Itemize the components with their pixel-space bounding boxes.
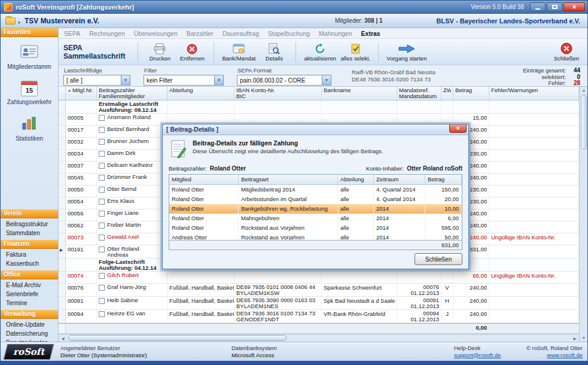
menu-item[interactable]: Dauerauftrag <box>223 30 259 37</box>
detail-row[interactable]: Roland Otter Arbeitsstunden im Quartal a… <box>169 194 462 204</box>
menu-item[interactable]: Barzahler <box>187 30 214 37</box>
scroll-down-icon[interactable] <box>580 334 588 342</box>
vertical-scroll-thumb[interactable] <box>581 95 587 150</box>
table-row[interactable]: 00074 Gilch Robert 66,00 Ungültige IBAN … <box>59 272 579 284</box>
sidebar-item-zahlungsverkehr[interactable]: 15 Zahlungsverkehr <box>7 81 51 105</box>
club-dropdown-icon[interactable] <box>17 16 21 26</box>
row-checkbox[interactable] <box>99 211 105 217</box>
row-checkbox[interactable] <box>99 139 105 145</box>
row-selector[interactable] <box>59 310 66 323</box>
vertical-scrollbar[interactable] <box>579 87 587 342</box>
column-header[interactable]: Betrag <box>453 87 489 100</box>
details-column-header[interactable]: Abteilung <box>338 175 374 184</box>
menu-item[interactable]: Stapelbuchung <box>268 30 310 37</box>
row-checkbox[interactable] <box>99 199 105 205</box>
detail-row[interactable]: Roland Otter Rückstand aus Vorjahren all… <box>169 223 462 233</box>
table-row[interactable]: 00094 Heinze EG van Fußball, Handball, B… <box>59 310 579 323</box>
row-selector[interactable] <box>59 162 66 173</box>
close-button[interactable] <box>563 2 585 11</box>
support-email-link[interactable]: support@rosoft.de <box>454 352 521 359</box>
row-selector[interactable] <box>59 138 66 149</box>
drucken-button[interactable]: Drucken <box>144 40 176 64</box>
row-checkbox[interactable] <box>99 235 105 241</box>
minimize-button[interactable] <box>530 2 546 11</box>
folder-icon[interactable] <box>5 17 16 25</box>
details-column-header[interactable]: Zeitraum <box>374 175 425 184</box>
row-checkbox[interactable] <box>99 223 105 229</box>
details-column-header[interactable]: Beitragsart <box>239 175 338 184</box>
row-selector[interactable] <box>59 272 66 283</box>
column-header[interactable]: Mandatsref.Mandatsdatum <box>397 87 441 100</box>
sidebar-link[interactable]: E-Mail Archiv <box>1 281 58 290</box>
row-selector[interactable] <box>59 185 66 197</box>
detail-row[interactable]: Roland Otter Mahngebühren alle 2014 6,00 <box>169 214 462 223</box>
column-header[interactable]: Abteilung <box>167 87 234 100</box>
dialog-close-button[interactable] <box>449 124 467 133</box>
dropdown-icon[interactable] <box>322 75 331 85</box>
sepa-format-select[interactable]: pain.008.003.02 - CORE <box>237 75 331 86</box>
details-column-header[interactable]: Betrag <box>425 175 462 184</box>
column-header[interactable]: IBAN Konto-Nr.BIC <box>234 87 322 100</box>
entfernen-button[interactable]: Entfernen <box>176 40 208 64</box>
row-checkbox[interactable] <box>99 187 105 193</box>
row-checkbox[interactable] <box>99 175 105 181</box>
row-selector[interactable] <box>59 150 66 161</box>
row-selector[interactable] <box>59 233 66 245</box>
alles-selektieren-button[interactable]: alles selekt. <box>339 40 373 64</box>
column-header[interactable]: ZW <box>441 87 453 100</box>
row-selector[interactable] <box>59 297 66 309</box>
scroll-up-icon[interactable] <box>580 87 588 94</box>
aktualisieren-button[interactable]: aktualisieren <box>301 40 338 64</box>
row-selector[interactable] <box>59 126 66 137</box>
website-link[interactable]: www.rosoft.de <box>521 352 583 359</box>
horizontal-scrollbar[interactable] <box>59 334 579 342</box>
row-checkbox[interactable] <box>99 151 105 157</box>
filter-select[interactable]: kein Filter <box>144 75 224 86</box>
menu-item[interactable]: Mahnungen <box>319 30 352 37</box>
schliessen-button[interactable]: Schließen <box>550 40 583 64</box>
row-selector[interactable] <box>59 245 66 258</box>
menu-item[interactable]: SEPA <box>64 30 80 37</box>
column-header[interactable]: BeitragszahlerFamilienmitglieder <box>97 87 167 100</box>
lastschriftfolge-select[interactable]: [ alle ] <box>63 75 130 86</box>
sidebar-link[interactable]: Beitragsstruktur <box>1 220 58 229</box>
column-header[interactable]: Fehler/Warnungen <box>489 87 579 100</box>
row-checkbox[interactable] <box>99 247 105 253</box>
bank-mandat-button[interactable]: Bank/Mandat <box>220 40 258 64</box>
menu-item[interactable]: Überweisungen <box>134 30 178 37</box>
menu-item[interactable]: Rechnungen <box>89 30 125 37</box>
detail-row[interactable]: Andreas Otter Rückstand aus Vorjahren al… <box>169 233 462 240</box>
row-checkbox[interactable] <box>99 115 105 121</box>
row-selector[interactable] <box>59 284 66 296</box>
sidebar-item-mitgliederstamm[interactable]: Mitgliederstamm <box>7 44 51 70</box>
table-row[interactable]: 00076 Graf Hans-Jörg Fußball, Handball, … <box>59 284 579 297</box>
sidebar-link[interactable]: Faktura <box>1 250 58 259</box>
sidebar-item-statistiken[interactable]: Statistiken <box>16 116 43 142</box>
row-checkbox[interactable] <box>99 163 105 169</box>
row-checkbox[interactable] <box>99 311 105 317</box>
scroll-right-icon[interactable] <box>571 334 579 342</box>
scroll-left-icon[interactable] <box>59 334 67 342</box>
vorgang-starten-button[interactable]: Vorgang starten <box>384 40 429 64</box>
sidebar-link[interactable]: Kassenbuch <box>1 259 58 268</box>
detail-row[interactable]: Roland Otter Mitgliedsbeitrag 2014 alle … <box>169 185 462 194</box>
column-header[interactable]: Bankname <box>322 87 397 100</box>
maximize-button[interactable] <box>547 2 562 11</box>
detail-row[interactable]: Roland Otter Bankgebühren wg. Rückbelast… <box>169 204 462 214</box>
sidebar-link[interactable]: Serienbriefe <box>1 290 58 299</box>
sidebar-link[interactable]: Datensicherung <box>1 329 58 338</box>
table-row[interactable]: Erstmalige LastschriftAusführung: 09.12.… <box>59 101 579 114</box>
row-selector[interactable] <box>59 197 66 209</box>
row-selector[interactable] <box>59 258 66 271</box>
row-selector[interactable] <box>59 101 66 113</box>
row-selector[interactable] <box>59 174 66 185</box>
details-column-header[interactable]: Mitglied <box>169 175 239 184</box>
row-selector[interactable] <box>59 221 66 233</box>
row-checkbox[interactable] <box>99 298 105 304</box>
dropdown-icon[interactable] <box>214 75 223 85</box>
row-checkbox[interactable] <box>99 285 105 291</box>
dialog-schliessen-button[interactable]: Schließen <box>415 253 462 265</box>
horizontal-scroll-thumb[interactable] <box>68 335 287 341</box>
menu-item[interactable]: Extras <box>361 30 380 37</box>
table-row[interactable]: 00091 Heib Sabine Fußball, Handball, Bas… <box>59 297 579 310</box>
